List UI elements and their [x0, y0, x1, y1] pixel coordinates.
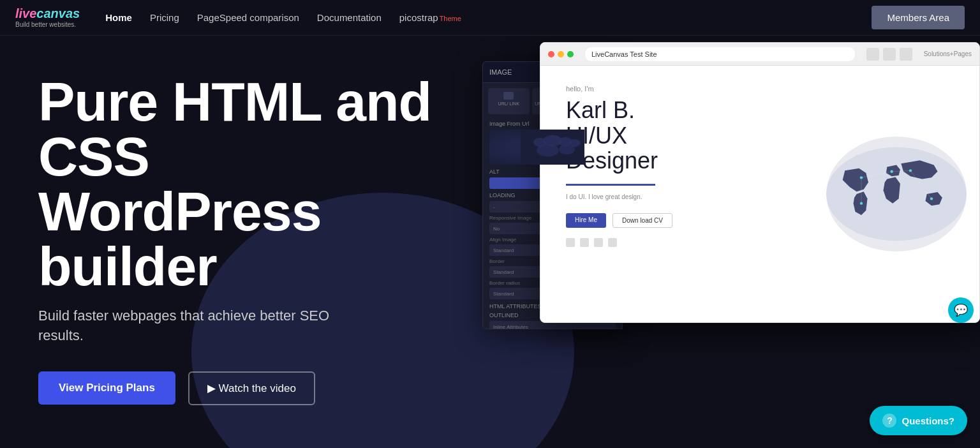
browser-toolbar: LiveCanvas Test Site Solutions+Pages	[540, 43, 979, 66]
world-map-svg	[826, 137, 967, 251]
svg-point-5	[537, 144, 559, 157]
browser-social-icons	[566, 238, 788, 247]
nav-item-docs[interactable]: Documentation	[317, 12, 382, 24]
theme-badge: Theme	[440, 15, 461, 22]
browser-dot-minimize	[558, 51, 564, 57]
logo-text: livecanvas	[15, 7, 80, 20]
editor-border-radius-val: Standard	[493, 291, 514, 297]
nav-item-pagespeed[interactable]: PageSpeed comparison	[197, 12, 299, 24]
svg-point-6	[559, 144, 575, 154]
hero-mockup: IMAGE × URL/ LINK UPLOAD PHOTO WORDPRESS…	[482, 42, 980, 342]
browser-right-panel	[813, 66, 979, 322]
browser-desc: I do UI. I love great design.	[566, 193, 788, 200]
social-icon-4[interactable]	[608, 238, 617, 247]
svg-point-13	[890, 170, 893, 173]
social-icon-1[interactable]	[566, 238, 575, 247]
hero-subtitle: Build faster webpages that achieve bette…	[38, 306, 357, 346]
logo-tagline: Build better websites.	[15, 21, 80, 28]
browser-dot-close	[548, 51, 554, 57]
hero-buttons: View Pricing Plans ▶ Watch the video	[38, 371, 434, 405]
svg-point-15	[930, 197, 933, 200]
browser-hire-btn[interactable]: Hire Me	[566, 213, 606, 228]
nav-item-home[interactable]: Home	[105, 12, 132, 24]
browser-url-bar[interactable]: LiveCanvas Test Site	[585, 47, 855, 61]
questions-label: Questions?	[902, 415, 954, 426]
browser-main-content: hello, I'm Karl B.UI/UXDesigner I do UI.…	[540, 66, 813, 322]
nav-links: Home Pricing PageSpeed comparison Docume…	[105, 12, 872, 24]
browser-action-buttons: Hire Me Down load CV	[566, 213, 788, 228]
nav-link-picostrap[interactable]: picostrapTheme	[399, 12, 461, 23]
hero-section: Pure HTML and CSS WordPress builder Buil…	[0, 36, 980, 448]
editor-border-val: Standard	[493, 269, 514, 275]
browser-nav-right: Solutions+Pages	[924, 50, 972, 57]
editor-image-preview	[489, 130, 616, 165]
browser-preview: LiveCanvas Test Site Solutions+Pages hel…	[540, 42, 980, 323]
browser-icon-3[interactable]	[900, 48, 912, 61]
nav-link-home[interactable]: Home	[105, 12, 132, 23]
editor-loading-val: -	[493, 204, 495, 210]
browser-icon-1[interactable]	[866, 48, 879, 61]
tab-label-1: URL/ LINK	[498, 101, 519, 106]
hero-content: Pure HTML and CSS WordPress builder Buil…	[38, 74, 434, 405]
navbar: livecanvas Build better websites. Home P…	[0, 0, 980, 36]
nav-link-pagespeed[interactable]: PageSpeed comparison	[197, 12, 299, 23]
browser-chat-bubble: 💬	[948, 297, 974, 323]
browser-toolbar-icons	[866, 48, 912, 61]
browser-cv-btn[interactable]: Down load CV	[612, 213, 672, 228]
nav-item-picostrap[interactable]: picostrapTheme	[399, 12, 461, 24]
tab-icon-1	[503, 92, 514, 100]
watch-video-button[interactable]: ▶ Watch the video	[188, 371, 315, 405]
browser-hello-text: hello, I'm	[566, 85, 788, 93]
nav-item-pricing[interactable]: Pricing	[150, 12, 179, 24]
social-icon-3[interactable]	[594, 238, 603, 247]
svg-point-12	[860, 176, 863, 179]
responsive-no: No	[493, 226, 500, 232]
editor-title: IMAGE	[489, 68, 512, 76]
svg-point-14	[909, 169, 912, 172]
nav-link-docs[interactable]: Documentation	[317, 12, 382, 23]
questions-icon: ?	[882, 414, 896, 428]
editor-align-val: Standard	[493, 248, 514, 253]
questions-button[interactable]: ? Questions?	[870, 406, 967, 435]
browser-window-controls	[548, 51, 574, 57]
browser-icon-2[interactable]	[883, 48, 896, 61]
logo[interactable]: livecanvas Build better websites.	[15, 7, 80, 28]
logo-live: live	[15, 6, 36, 20]
social-icon-2[interactable]	[580, 238, 589, 247]
browser-dot-maximize	[567, 51, 574, 57]
world-map-visual	[826, 137, 967, 251]
hero-title: Pure HTML and CSS WordPress builder	[38, 74, 434, 294]
view-pricing-button[interactable]: View Pricing Plans	[38, 371, 175, 405]
svg-point-16	[860, 202, 863, 204]
browser-content: hello, I'm Karl B.UI/UXDesigner I do UI.…	[540, 66, 979, 322]
nav-link-pricing[interactable]: Pricing	[150, 12, 179, 23]
logo-canvas: canvas	[36, 6, 80, 20]
editor-tab-1[interactable]: URL/ LINK	[488, 88, 530, 114]
editor-outlined-placeholder: Inline Attributes	[493, 324, 528, 330]
browser-name-underline	[566, 184, 655, 186]
mini-world-map	[489, 130, 616, 165]
members-area-button[interactable]: Members Area	[872, 6, 965, 29]
